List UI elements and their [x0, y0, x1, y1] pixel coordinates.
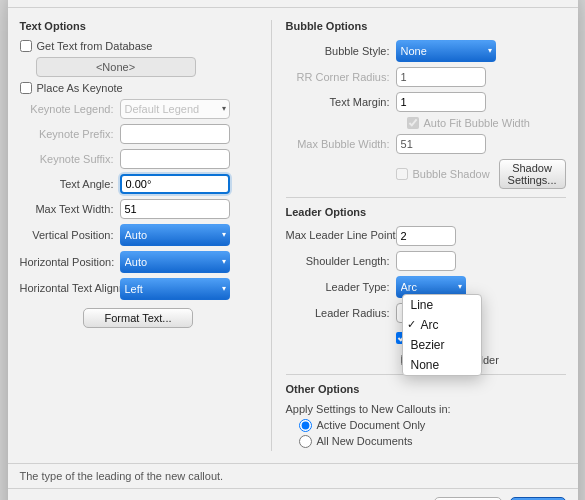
- cancel-button[interactable]: Cancel: [434, 497, 501, 501]
- text-margin-row: Text Margin:: [286, 92, 566, 112]
- shoulder-length-row: Shoulder Length:: [286, 251, 566, 271]
- bubble-shadow-checkbox[interactable]: [396, 168, 408, 180]
- place-as-keynote-row: Place As Keynote: [20, 82, 257, 94]
- panel-divider: [271, 20, 272, 451]
- vertical-position-select-container: Auto ▾: [120, 224, 230, 246]
- keynote-suffix-label: Keynote Suffix:: [20, 153, 120, 165]
- leader-type-label: Leader Type:: [286, 281, 396, 293]
- get-text-from-db-label: Get Text from Database: [37, 40, 153, 52]
- keynote-suffix-input[interactable]: [120, 149, 230, 169]
- text-angle-input[interactable]: [120, 174, 230, 194]
- dropdown-item-none[interactable]: None: [403, 355, 481, 375]
- text-angle-label: Text Angle:: [20, 178, 120, 190]
- active-document-row: Active Document Only: [286, 419, 566, 432]
- keynote-prefix-input[interactable]: [120, 124, 230, 144]
- place-as-keynote-checkbox[interactable]: [20, 82, 32, 94]
- get-text-from-db-row: Get Text from Database: [20, 40, 257, 52]
- vertical-position-label: Vertical Position:: [20, 229, 120, 241]
- all-new-documents-label: All New Documents: [317, 435, 413, 447]
- keynote-suffix-row: Keynote Suffix:: [20, 149, 257, 169]
- format-text-button[interactable]: Format Text...: [83, 308, 192, 328]
- none-field-row: <None>: [36, 57, 257, 77]
- shoulder-length-label: Shoulder Length:: [286, 255, 396, 267]
- shoulder-length-input[interactable]: [396, 251, 456, 271]
- right-panel: Bubble Options Bubble Style: None ▾ RR C…: [286, 20, 566, 451]
- rr-corner-radius-row: RR Corner Radius:: [286, 67, 566, 87]
- leader-type-dropdown: Line Arc Bezier None: [402, 294, 482, 376]
- bubble-options-title: Bubble Options: [286, 20, 566, 32]
- text-angle-row: Text Angle:: [20, 174, 257, 194]
- max-bubble-width-input[interactable]: [396, 134, 486, 154]
- vertical-position-select[interactable]: Auto: [121, 225, 229, 245]
- rr-corner-radius-label: RR Corner Radius:: [286, 71, 396, 83]
- status-bar: The type of the leading of the new callo…: [8, 464, 578, 488]
- max-leader-line-input[interactable]: [396, 226, 456, 246]
- horizontal-text-alignment-row: Horizontal Text Alignment: Left ▾: [20, 278, 257, 300]
- place-as-keynote-label: Place As Keynote: [37, 82, 123, 94]
- leader-type-row: Leader Type: Arc ▾ Line Arc Bezier None: [286, 276, 566, 298]
- max-text-width-row: Max Text Width:: [20, 199, 257, 219]
- format-text-row: Format Text...: [20, 308, 257, 328]
- active-document-label: Active Document Only: [317, 419, 426, 431]
- keynote-prefix-row: Keynote Prefix:: [20, 124, 257, 144]
- horizontal-position-select[interactable]: Auto: [121, 252, 229, 272]
- max-bubble-width-label: Max Bubble Width:: [286, 138, 396, 150]
- max-text-width-input[interactable]: [120, 199, 230, 219]
- text-margin-input[interactable]: [396, 92, 486, 112]
- dropdown-item-bezier[interactable]: Bezier: [403, 335, 481, 355]
- leader-options-title: Leader Options: [286, 206, 566, 218]
- max-bubble-width-row: Max Bubble Width:: [286, 134, 566, 154]
- keynote-legend-label: Keynote Legend:: [20, 103, 120, 115]
- auto-fit-bubble-row: Auto Fit Bubble Width: [286, 117, 566, 129]
- dropdown-item-arc[interactable]: Arc: [403, 315, 481, 335]
- dropdown-item-line[interactable]: Line: [403, 295, 481, 315]
- bubble-style-label: Bubble Style:: [286, 45, 396, 57]
- other-options-title: Other Options: [286, 383, 566, 395]
- keynote-legend-select[interactable]: Default Legend: [120, 99, 230, 119]
- auto-fit-bubble-checkbox[interactable]: [407, 117, 419, 129]
- titlebar: Callout Preferences ?: [8, 0, 578, 7]
- left-panel: Text Options Get Text from Database <Non…: [20, 20, 257, 451]
- bubble-leader-divider: [286, 197, 566, 198]
- bubble-style-row: Bubble Style: None ▾: [286, 40, 566, 62]
- main-content: Text Options Get Text from Database <Non…: [8, 8, 578, 463]
- leader-radius-label: Leader Radius:: [286, 307, 396, 319]
- horizontal-position-row: Horizontal Position: Auto ▾: [20, 251, 257, 273]
- keynote-legend-select-container: Default Legend ▾: [120, 99, 230, 119]
- bubble-shadow-label: Bubble Shadow: [413, 168, 490, 180]
- apply-settings-label: Apply Settings to New Callouts in:: [286, 403, 566, 415]
- horizontal-position-label: Horizontal Position:: [20, 256, 120, 268]
- bubble-style-select-container: None ▾: [396, 40, 496, 62]
- bubble-style-select[interactable]: None: [397, 41, 495, 61]
- horizontal-text-alignment-label: Horizontal Text Alignment:: [20, 281, 120, 295]
- status-text: The type of the leading of the new callo…: [20, 470, 224, 482]
- bottom-bar: Cancel OK: [8, 489, 578, 501]
- vertical-position-row: Vertical Position: Auto ▾: [20, 224, 257, 246]
- max-leader-line-label: Max Leader Line Points:: [286, 228, 396, 242]
- horizontal-position-select-container: Auto ▾: [120, 251, 230, 273]
- horizontal-text-alignment-select[interactable]: Left: [121, 279, 229, 299]
- keynote-legend-row: Keynote Legend: Default Legend ▾: [20, 99, 257, 119]
- auto-fit-bubble-label: Auto Fit Bubble Width: [424, 117, 530, 129]
- horizontal-text-alignment-select-container: Left ▾: [120, 278, 230, 300]
- rr-corner-radius-input[interactable]: [396, 67, 486, 87]
- text-margin-label: Text Margin:: [286, 96, 396, 108]
- shadow-settings-button[interactable]: Shadow Settings...: [499, 159, 566, 189]
- bubble-shadow-row: Bubble Shadow Shadow Settings...: [286, 159, 566, 189]
- max-text-width-label: Max Text Width:: [20, 203, 120, 215]
- get-text-from-db-checkbox[interactable]: [20, 40, 32, 52]
- active-document-radio[interactable]: [299, 419, 312, 432]
- max-leader-line-row: Max Leader Line Points:: [286, 226, 566, 246]
- callout-preferences-window: Callout Preferences ? Text Options Get T…: [8, 0, 578, 500]
- all-new-documents-radio[interactable]: [299, 435, 312, 448]
- all-new-documents-row: All New Documents: [286, 435, 566, 448]
- keynote-prefix-label: Keynote Prefix:: [20, 128, 120, 140]
- ok-button[interactable]: OK: [510, 497, 566, 501]
- none-input-field: <None>: [36, 57, 196, 77]
- text-options-title: Text Options: [20, 20, 257, 32]
